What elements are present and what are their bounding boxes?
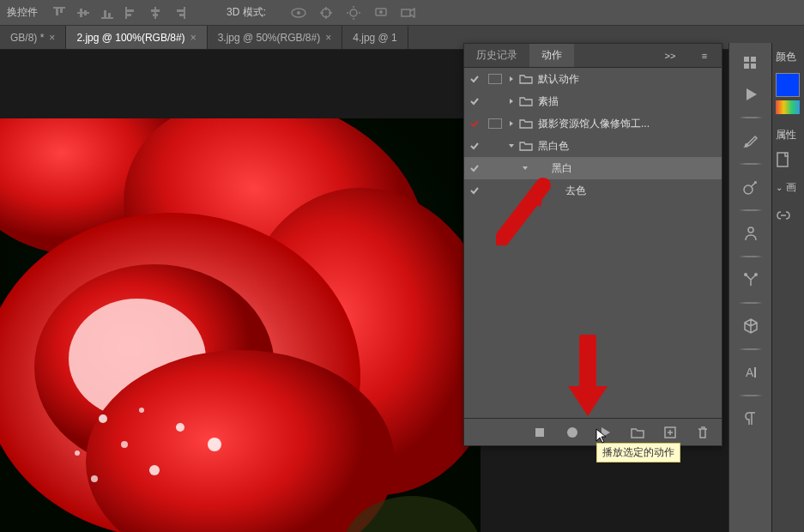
- chevron-icon[interactable]: [505, 120, 517, 127]
- action-row[interactable]: 摄影资源馆人像修饰工...: [464, 112, 722, 135]
- svg-point-37: [176, 423, 184, 432]
- render-icon[interactable]: [372, 6, 390, 20]
- record-button[interactable]: [565, 426, 579, 439]
- action-row[interactable]: 去色: [464, 179, 722, 202]
- align-hcenter-icon[interactable]: [148, 5, 163, 21]
- action-label: 去色: [562, 184, 586, 198]
- align-right-icon[interactable]: [172, 5, 187, 21]
- collapse-button[interactable]: >>: [653, 44, 687, 67]
- svg-rect-47: [744, 63, 749, 69]
- right-icon-bar: A: [728, 43, 771, 532]
- far-right-panel: 颜色 属性 ⌄画: [771, 43, 804, 532]
- svg-rect-12: [154, 7, 156, 19]
- toggle-check[interactable]: [464, 118, 485, 129]
- brush-icon[interactable]: [735, 125, 766, 156]
- document-canvas[interactable]: [0, 118, 481, 532]
- svg-rect-7: [104, 10, 106, 17]
- clone-source-icon[interactable]: [735, 172, 766, 203]
- close-icon[interactable]: ×: [49, 32, 55, 44]
- paragraph-icon[interactable]: [735, 403, 766, 434]
- toggle-check[interactable]: [464, 141, 485, 151]
- align-vcenter-icon[interactable]: [76, 5, 91, 21]
- tab-label: 3.jpg @ 50%(RGB/8#): [218, 32, 321, 44]
- foreground-color-swatch[interactable]: [776, 73, 800, 97]
- document-tab-1[interactable]: 2.jpg @ 100%(RGB/8#)×: [66, 26, 207, 49]
- svg-rect-11: [127, 14, 131, 16]
- gradient-swatch[interactable]: [776, 100, 800, 114]
- svg-rect-2: [60, 9, 63, 13]
- delete-button[interactable]: [696, 426, 710, 439]
- toggle-check[interactable]: [464, 74, 485, 84]
- svg-point-21: [350, 9, 357, 16]
- toggle-check[interactable]: [464, 96, 485, 106]
- svg-rect-5: [84, 10, 87, 15]
- document-properties-icon[interactable]: [772, 148, 804, 172]
- 3d-icon[interactable]: [735, 311, 766, 342]
- new-action-button[interactable]: [663, 426, 677, 439]
- svg-rect-46: [751, 57, 756, 62]
- chevron-icon[interactable]: [505, 76, 517, 82]
- folder-icon: [517, 96, 535, 106]
- color-panel-label[interactable]: 颜色: [772, 45, 804, 70]
- orbit-icon[interactable]: [290, 6, 307, 20]
- svg-rect-16: [177, 9, 184, 12]
- camera-icon[interactable]: [400, 6, 417, 20]
- history-tab[interactable]: 历史记录: [464, 44, 529, 67]
- document-tab-2[interactable]: 3.jpg @ 50%(RGB/8#)×: [208, 26, 343, 49]
- close-icon[interactable]: ×: [190, 32, 196, 44]
- svg-point-53: [754, 273, 758, 276]
- action-row[interactable]: 黑白: [464, 157, 722, 179]
- painting-collapse[interactable]: ⌄画: [772, 177, 804, 198]
- svg-rect-24: [402, 9, 410, 16]
- folder-icon: [517, 118, 535, 129]
- top-right-icons: [290, 6, 417, 20]
- document-tab-3[interactable]: 4.jpg @ 1: [342, 26, 408, 49]
- toggle-dialog[interactable]: [485, 74, 505, 84]
- chevron-icon[interactable]: [505, 142, 517, 149]
- new-set-button[interactable]: [631, 426, 644, 439]
- svg-rect-3: [77, 12, 89, 14]
- properties-panel-label[interactable]: 属性: [772, 123, 804, 148]
- svg-rect-13: [151, 9, 160, 12]
- link-icon[interactable]: [772, 203, 804, 226]
- action-row[interactable]: 黑白色: [464, 135, 722, 157]
- svg-rect-15: [184, 7, 185, 19]
- svg-text:A: A: [746, 366, 754, 379]
- tools-icon[interactable]: [735, 264, 766, 295]
- action-label: 素描: [535, 94, 559, 109]
- svg-rect-45: [744, 57, 749, 62]
- type-icon[interactable]: A: [735, 357, 766, 388]
- align-left-icon[interactable]: [124, 5, 139, 21]
- pan-icon[interactable]: [317, 6, 335, 20]
- align-bottom-icon[interactable]: [100, 5, 115, 21]
- play-tooltip: 播放选定的动作: [596, 443, 680, 462]
- toggle-check[interactable]: [464, 163, 485, 173]
- character-icon[interactable]: [735, 218, 766, 249]
- svg-point-49: [745, 143, 748, 147]
- action-list: 默认动作素描摄影资源馆人像修饰工...黑白色黑白去色: [464, 68, 722, 418]
- action-row[interactable]: 默认动作: [464, 68, 722, 90]
- panel-menu-button[interactable]: ≡: [687, 44, 722, 67]
- document-tab-0[interactable]: GB/8) *×: [0, 26, 66, 49]
- play-icon[interactable]: [735, 79, 766, 110]
- toggle-dialog[interactable]: [485, 118, 505, 129]
- close-icon[interactable]: ×: [325, 32, 331, 44]
- chevron-icon[interactable]: [519, 165, 531, 172]
- svg-rect-9: [125, 7, 127, 19]
- svg-point-40: [139, 408, 144, 413]
- actions-tab[interactable]: 动作: [529, 44, 574, 67]
- actions-panel: 历史记录 动作 >> ≡ 默认动作素描摄影资源馆人像修饰工...黑白色黑白去色: [463, 43, 722, 446]
- swatches-icon[interactable]: [735, 48, 766, 79]
- light-icon[interactable]: [345, 6, 362, 20]
- tab-label: GB/8) *: [10, 32, 44, 44]
- action-row[interactable]: 素描: [464, 90, 722, 112]
- svg-rect-48: [751, 63, 756, 69]
- mode-3d-dropdown[interactable]: 3D 模式:: [227, 5, 266, 20]
- tab-label: 2.jpg @ 100%(RGB/8#): [76, 32, 184, 44]
- panel-tab-bar: 历史记录 动作 >> ≡: [464, 44, 722, 68]
- stop-button[interactable]: [533, 426, 547, 439]
- toggle-check[interactable]: [464, 185, 485, 196]
- align-top-icon[interactable]: [51, 5, 67, 21]
- chevron-icon[interactable]: [505, 98, 517, 105]
- svg-point-50: [744, 185, 753, 194]
